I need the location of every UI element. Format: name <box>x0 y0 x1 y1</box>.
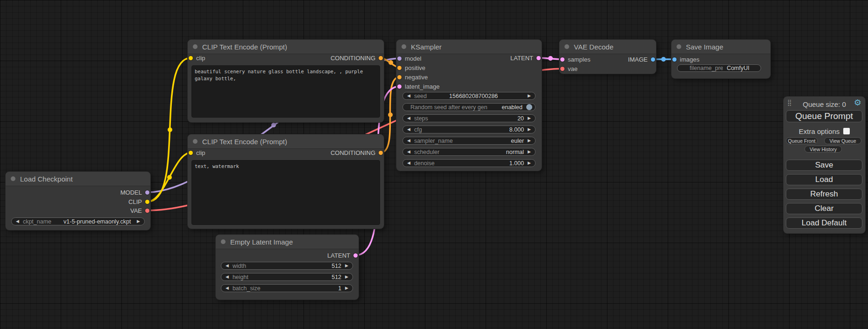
widget-value[interactable]: 1.000 <box>509 160 524 167</box>
decrement-arrow-icon[interactable]: ◀ <box>407 139 410 143</box>
scheduler-widget[interactable]: ◀ scheduler normal ▶ <box>402 148 536 156</box>
decrement-arrow-icon[interactable]: ◀ <box>407 150 410 154</box>
increment-arrow-icon[interactable]: ▶ <box>528 94 531 98</box>
widget-label: width <box>233 263 246 269</box>
decrement-arrow-icon[interactable]: ◀ <box>407 94 410 98</box>
decrement-arrow-icon[interactable]: ◀ <box>226 264 229 268</box>
clip-input-dot[interactable] <box>189 151 193 155</box>
sampler-name-widget[interactable]: ◀ sampler_name euler ▶ <box>402 137 536 145</box>
latent-output-dot[interactable] <box>536 56 541 60</box>
model-output-dot[interactable] <box>145 190 149 195</box>
node-save-image[interactable]: Save Image images filename_prefix ComfyU… <box>671 40 770 78</box>
toggle-enabled-icon[interactable] <box>526 104 532 110</box>
queue-front-button[interactable]: Queue Front <box>786 137 818 144</box>
conditioning-output-dot[interactable] <box>379 151 383 155</box>
node-titlebar[interactable]: CLIP Text Encode (Prompt) <box>188 40 384 54</box>
batch-size-widget[interactable]: ◀ batch_size 1 ▶ <box>221 284 353 292</box>
refresh-button[interactable]: Refresh <box>786 189 862 200</box>
widget-value[interactable]: normal <box>506 149 524 155</box>
collapse-dot-icon[interactable] <box>221 239 226 244</box>
queue-prompt-button[interactable]: Queue Prompt <box>786 110 862 122</box>
node-titlebar[interactable]: VAE Decode <box>559 40 656 54</box>
node-titlebar[interactable]: Empty Latent Image <box>216 235 359 249</box>
increment-arrow-icon[interactable]: ▶ <box>345 275 348 279</box>
widget-value[interactable]: v1-5-pruned-emaonly.ckpt <box>64 218 131 225</box>
node-clip-text-encode-positive[interactable]: CLIP Text Encode (Prompt) clip CONDITION… <box>188 40 384 122</box>
node-clip-text-encode-negative[interactable]: CLIP Text Encode (Prompt) clip CONDITION… <box>188 134 384 229</box>
increment-arrow-icon[interactable]: ▶ <box>528 139 531 143</box>
node-titlebar[interactable]: CLIP Text Encode (Prompt) <box>188 134 384 149</box>
collapse-dot-icon[interactable] <box>193 44 198 49</box>
clip-input-dot[interactable] <box>189 56 193 60</box>
widget-value[interactable]: 20 <box>517 115 524 122</box>
steps-widget[interactable]: ◀ steps 20 ▶ <box>402 114 536 122</box>
vae-output-dot[interactable] <box>145 209 149 213</box>
conditioning-input-dot[interactable] <box>397 75 402 79</box>
collapse-dot-icon[interactable] <box>402 44 406 49</box>
image-input-dot[interactable] <box>672 57 677 62</box>
widget-value[interactable]: euler <box>511 138 524 144</box>
increment-arrow-icon[interactable]: ▶ <box>528 116 531 120</box>
increment-arrow-icon[interactable]: ▶ <box>345 264 348 268</box>
widget-value[interactable]: ComfyUI <box>727 65 749 71</box>
decrement-arrow-icon[interactable]: ◀ <box>16 219 19 224</box>
random-seed-toggle-widget[interactable]: Random seed after every gen enabled <box>402 103 536 111</box>
increment-arrow-icon[interactable]: ▶ <box>345 286 348 290</box>
model-input-dot[interactable] <box>397 56 402 61</box>
collapse-dot-icon[interactable] <box>565 44 569 49</box>
save-button[interactable]: Save <box>786 160 862 171</box>
slot-label: vae <box>568 65 578 72</box>
collapse-dot-icon[interactable] <box>11 176 15 181</box>
clear-button[interactable]: Clear <box>786 203 862 214</box>
increment-arrow-icon[interactable]: ▶ <box>528 161 531 165</box>
widget-value[interactable]: 156680208700286 <box>449 93 498 99</box>
widget-label: sampler_name <box>414 138 453 144</box>
node-load-checkpoint[interactable]: Load Checkpoint MODEL CLIP VAE ◀ ckpt_na… <box>6 172 150 230</box>
node-ksampler[interactable]: KSampler model positive negative latent_… <box>396 40 542 171</box>
node-titlebar[interactable]: KSampler <box>396 40 542 54</box>
load-default-button[interactable]: Load Default <box>786 217 862 229</box>
image-output-dot[interactable] <box>651 57 655 62</box>
cfg-widget[interactable]: ◀ cfg 8.000 ▶ <box>402 126 536 133</box>
node-titlebar[interactable]: Save Image <box>671 40 770 54</box>
decrement-arrow-icon[interactable]: ◀ <box>226 286 229 290</box>
filename-prefix-widget[interactable]: filename_prefix ComfyUI <box>677 64 761 72</box>
collapse-dot-icon[interactable] <box>677 44 681 49</box>
widget-value[interactable]: 512 <box>332 274 341 280</box>
decrement-arrow-icon[interactable]: ◀ <box>407 127 410 132</box>
decrement-arrow-icon[interactable]: ◀ <box>226 275 229 279</box>
widget-value[interactable]: 512 <box>332 263 341 269</box>
conditioning-output-dot[interactable] <box>379 56 383 60</box>
widget-value[interactable]: 1 <box>338 285 341 292</box>
latent-output-dot[interactable] <box>353 253 358 258</box>
height-widget[interactable]: ◀ height 512 ▶ <box>221 273 353 281</box>
seed-widget[interactable]: ◀ seed 156680208700286 ▶ <box>402 92 536 100</box>
vae-input-dot[interactable] <box>560 67 565 71</box>
settings-gear-icon[interactable]: ⚙ <box>854 98 861 107</box>
conditioning-input-dot[interactable] <box>397 66 402 70</box>
load-button[interactable]: Load <box>786 174 862 185</box>
increment-arrow-icon[interactable]: ▶ <box>137 219 140 224</box>
node-titlebar[interactable]: Load Checkpoint <box>6 172 150 186</box>
node-empty-latent-image[interactable]: Empty Latent Image LATENT ◀ width 512 ▶ … <box>216 235 359 300</box>
denoise-widget[interactable]: ◀ denoise 1.000 ▶ <box>402 159 536 167</box>
prompt-textarea[interactable]: text, watermark <box>191 160 380 225</box>
extra-options-checkbox[interactable] <box>843 128 850 134</box>
view-queue-button[interactable]: View Queue <box>824 137 861 144</box>
input-slot-vae: vae <box>560 65 578 72</box>
node-title: Empty Latent Image <box>230 238 293 246</box>
latent-input-dot[interactable] <box>397 84 402 89</box>
latent-input-dot[interactable] <box>560 57 565 62</box>
view-history-button[interactable]: View History <box>804 146 842 153</box>
decrement-arrow-icon[interactable]: ◀ <box>407 161 410 165</box>
collapse-dot-icon[interactable] <box>193 139 198 144</box>
ckpt-name-widget[interactable]: ◀ ckpt_name v1-5-pruned-emaonly.ckpt ▶ <box>11 217 145 225</box>
node-vae-decode[interactable]: VAE Decode samples vae IMAGE <box>559 40 656 74</box>
width-widget[interactable]: ◀ width 512 ▶ <box>221 262 353 270</box>
decrement-arrow-icon[interactable]: ◀ <box>407 116 410 120</box>
increment-arrow-icon[interactable]: ▶ <box>528 150 531 154</box>
prompt-textarea[interactable]: beautiful scenery nature glass bottle la… <box>191 65 380 118</box>
increment-arrow-icon[interactable]: ▶ <box>528 127 531 132</box>
widget-value[interactable]: 8.000 <box>509 126 524 133</box>
clip-output-dot[interactable] <box>145 200 149 204</box>
